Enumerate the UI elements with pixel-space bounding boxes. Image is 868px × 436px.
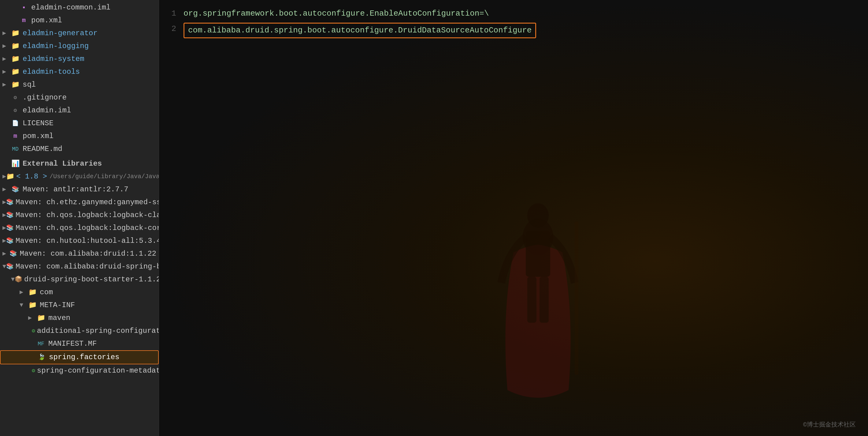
maven-lib-icon: 📚 (10, 185, 21, 194)
tree-item-label: Maven: ch.qos.logback:logback-core:1.2.3 (16, 223, 159, 234)
folder-icon: 📁 (10, 41, 21, 52)
tree-item-label: eladmin.iml (23, 105, 71, 116)
spring-file-icon: 🍃 (36, 353, 47, 362)
section-label: External Libraries (23, 158, 102, 169)
tree-item-com[interactable]: ▶ 📁 com (0, 286, 159, 299)
tree-item-maven-druid-spring[interactable]: ▼ 📚 Maven: com.alibaba:druid-spring-boot… (0, 260, 159, 273)
arrow-icon: ▶ (2, 224, 6, 233)
tree-item-label: spring-configuration-metadata.json (37, 365, 159, 376)
tree-item-label: LICENSE (23, 118, 54, 129)
arrow-icon (28, 326, 32, 336)
arrow-icon: ▶ (2, 41, 10, 51)
arrow-icon (2, 119, 10, 128)
tree-item-gitignore[interactable]: ⚙ .gitignore (0, 91, 159, 104)
tree-item-spring-config-meta[interactable]: ⚙ spring-configuration-metadata.json (0, 365, 159, 377)
tree-item-eladmin-system[interactable]: ▶ 📁 eladmin-system (0, 53, 159, 65)
tree-item-pom-xml-1[interactable]: m pom.xml (0, 14, 159, 27)
tree-item-maven-ganymed[interactable]: ▶ 📚 Maven: ch.ethz.ganymed:ganymed-ssh2:… (0, 196, 159, 209)
tree-item-label: META-INF (40, 300, 75, 311)
gitignore-file-icon: ⚙ (10, 94, 21, 102)
arrow-icon: ▶ (2, 236, 6, 245)
tree-item-maven-druid[interactable]: ▶ 📚 Maven: com.alibaba:druid:1.1.22 (0, 248, 159, 260)
tree-item-label: .gitignore (23, 92, 67, 103)
arrow-expanded-icon: ▼ (20, 301, 27, 310)
maven-lib-icon: 📚 (6, 224, 14, 233)
tree-item-maven-logback-classic[interactable]: ▶ 📚 Maven: ch.qos.logback:logback-classi… (0, 209, 159, 222)
tree-container[interactable]: ▪ eladmin-common.iml m pom.xml ▶ 📁 eladm… (0, 0, 159, 436)
editor-code-area: 1 org.springframework.boot.autoconfigure… (159, 0, 868, 46)
license-file-icon: 📄 (10, 119, 21, 128)
folder-icon: 📁 (27, 300, 38, 311)
tree-item-readme[interactable]: MD README.md (0, 143, 159, 155)
arrow-icon (29, 353, 36, 362)
line-content-1: org.springframework.boot.autoconfigure.E… (184, 7, 489, 20)
tree-item-label: eladmin-common.iml (31, 2, 111, 13)
tree-item-eladmin-common-iml[interactable]: ▪ eladmin-common.iml (0, 1, 159, 14)
tree-item-meta-inf[interactable]: ▼ 📁 META-INF (0, 299, 159, 312)
iml-file-icon: ▪ (18, 3, 29, 13)
tree-item-label: eladmin-generator (23, 28, 98, 39)
tree-item-maven-hutool[interactable]: ▶ 📚 Maven: cn.hutool:hutool-all:5.3.4 (0, 235, 159, 248)
tree-item-label: additional-spring-configuration-metadata… (37, 325, 159, 337)
arrow-icon (2, 93, 10, 102)
arrow-icon: ▶ (2, 67, 10, 77)
arrow-icon: ▶ (2, 29, 10, 38)
arrow-icon: ▶ (2, 185, 10, 194)
tree-item-label: maven (48, 313, 70, 324)
arrow-icon (11, 16, 18, 25)
maven-lib-icon: 📚 (6, 211, 14, 220)
folder-icon: 📁 (10, 28, 21, 38)
tree-item-maven-antlr[interactable]: ▶ 📚 Maven: antlr:antlr:2.7.7 (0, 183, 159, 196)
maven-lib-icon: 📚 (6, 262, 14, 271)
tree-item-label: druid-spring-boot-starter-1.1.22.jar (24, 274, 159, 285)
file-tree-sidebar: ▪ eladmin-common.iml m pom.xml ▶ 📁 eladm… (0, 0, 159, 436)
tree-item-label: Maven: ch.ethz.ganymed:ganymed-ssh2:buil… (16, 197, 159, 208)
folder-icon: 📁 (10, 67, 21, 77)
tree-item-eladmin-tools[interactable]: ▶ 📁 eladmin-tools (0, 65, 159, 78)
tree-item-manifest-mf[interactable]: MF MANIFEST.MF (0, 338, 159, 350)
code-line-2: 2 com.alibaba.druid.spring.boot.autoconf… (159, 22, 868, 40)
md-file-icon: MD (10, 145, 21, 153)
tree-item-maven-logback-core[interactable]: ▶ 📚 Maven: ch.qos.logback:logback-core:1… (0, 222, 159, 235)
arrow-icon (2, 145, 10, 154)
maven-file-icon: m (18, 16, 29, 25)
folder-icon: 📁 (35, 313, 46, 323)
tree-item-sql[interactable]: ▶ 📁 sql (0, 78, 159, 91)
tree-item-maven-subfolder[interactable]: ▶ 📁 maven (0, 312, 159, 324)
arrow-expanded-icon: ▼ (11, 275, 15, 284)
tree-item-label: Maven: antlr:antlr:2.7.7 (23, 184, 128, 195)
tree-item-label: Maven: com.alibaba:druid-spring-boot-sta… (16, 261, 159, 272)
libs-icon: 📊 (10, 159, 21, 169)
json-file-icon: ⚙ (32, 367, 35, 375)
tree-item-label: Maven: ch.qos.logback:logback-classic:1.… (16, 210, 159, 221)
tree-item-label: Maven: cn.hutool:hutool-all:5.3.4 (16, 235, 159, 246)
tree-item-pom-xml-2[interactable]: m pom.xml (0, 130, 159, 143)
arrow-icon: ▶ (2, 211, 6, 220)
line-number-2: 2 (159, 23, 184, 35)
tree-item-label: MANIFEST.MF (48, 338, 97, 349)
arrow-icon (28, 366, 32, 375)
tree-item-label: eladmin-system (23, 54, 85, 65)
tree-item-label: < 1.8 > (16, 171, 47, 182)
tree-item-druid-jar[interactable]: ▼ 📦 druid-spring-boot-starter-1.1.22.jar… (0, 273, 159, 286)
arrow-icon: ▶ (28, 314, 35, 323)
arrow-icon: ▶ (2, 55, 10, 64)
tree-item-license[interactable]: 📄 LICENSE (0, 117, 159, 130)
maven-lib-icon: 📚 (8, 249, 18, 258)
tree-item-eladmin-iml[interactable]: ⚙ eladmin.iml (0, 104, 159, 117)
tree-item-spring-factories[interactable]: 🍃 spring.factories (0, 350, 159, 365)
tree-item-additional-spring[interactable]: ⚙ additional-spring-configuration-metada… (0, 324, 159, 338)
arrow-expanded-icon: ▼ (2, 262, 6, 271)
arrow-icon: ▶ (2, 80, 10, 89)
maven-lib-icon: 📚 (6, 236, 14, 245)
json-file-icon: ⚙ (32, 327, 35, 335)
arrow-icon: ▶ (20, 288, 27, 297)
tree-item-eladmin-logging[interactable]: ▶ 📁 eladmin-logging (0, 40, 159, 53)
tree-item-java18[interactable]: ▶ 📁 < 1.8 > /Users/guide/Library/Java/Ja… (0, 170, 159, 183)
tree-item-label: sql (23, 79, 36, 90)
tree-item-label: eladmin-tools (23, 66, 80, 78)
tree-item-eladmin-generator[interactable]: ▶ 📁 eladmin-generator (0, 27, 159, 40)
folder-icon: 📁 (6, 172, 14, 182)
svg-rect-5 (575, 222, 578, 375)
arrow-icon (2, 159, 10, 168)
